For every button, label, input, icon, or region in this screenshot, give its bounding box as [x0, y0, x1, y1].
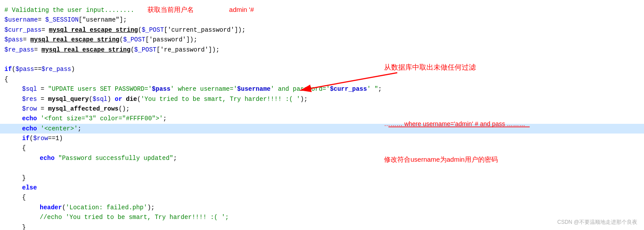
code-line-23: } [0, 223, 644, 230]
code-editor: # Validating the user input........ 获取当前… [0, 0, 644, 230]
code-line-11: $row = mysql_affected_rows(); [0, 104, 644, 114]
code-line-18: } [0, 173, 644, 183]
annotation-get-username: 获取当前用户名 [147, 4, 194, 15]
code-line-12: echo '<font size="3" color="#FFFF00">'; [0, 114, 644, 123]
code-line-8: { [0, 74, 644, 84]
annotation-db-filter: 从数据库中取出未做任何过滤 [384, 62, 476, 73]
code-line-22: //echo 'You tried to be smart, Try harde… [0, 212, 644, 222]
annotation-where-clause: ……… where username='admin' # and pass ……… [384, 119, 525, 129]
code-line-20: { [0, 193, 644, 202]
code-line-5: $re_pass= mysql_real_escape_string($_POS… [0, 45, 644, 55]
annotation-admin-hash: admin '# [229, 4, 254, 15]
code-line-19: else [0, 183, 644, 193]
watermark: CSDN @不要温顺地走进那个良夜 [557, 218, 637, 226]
code-line-15: { [0, 143, 644, 153]
code-line-21: header('Location: failed.php'); [0, 203, 644, 212]
code-line-16: echo "Password successfully updated"; [0, 153, 644, 163]
code-line-14: if($row==1) [0, 134, 644, 143]
code-var: $username [4, 15, 38, 25]
code-line-empty2 [0, 163, 644, 173]
code-line-13: echo '<center>'; [0, 124, 644, 134]
code-line-10: $res = mysql_query($sql) or die('You tri… [0, 94, 644, 104]
code-line-4: $pass= mysql_real_escape_string($_POST['… [0, 35, 644, 45]
code-comment: # Validating the user input........ [4, 5, 134, 15]
code-line-9: $sql = "UPDATE users SET PASSWORD='$pass… [0, 84, 644, 94]
code-line-7: if($pass==$re_pass) [0, 64, 644, 74]
annotation-modify-password: 修改符合username为admin用户的密码 [384, 154, 498, 165]
code-line-2: $username= $_SESSION["username"]; [0, 15, 644, 25]
code-line-3: $curr_pass= mysql_real_escape_string($_P… [0, 25, 644, 35]
code-line-1: # Validating the user input........ 获取当前… [0, 4, 644, 15]
code-line-empty1 [0, 55, 644, 64]
